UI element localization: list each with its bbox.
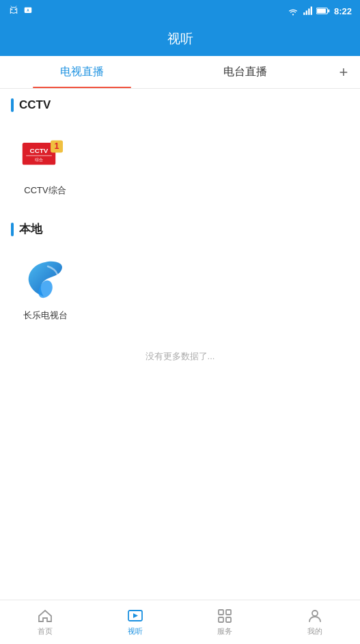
svg-rect-9 [306,10,307,14]
tab-radio[interactable]: 电台直播 [164,56,328,88]
nav-item-home[interactable]: 首页 [0,600,90,644]
android-icon [8,5,19,16]
svg-rect-13 [317,9,326,13]
changle-logo-svg [22,257,68,303]
svg-line-3 [16,6,16,7]
svg-point-0 [11,9,12,10]
svg-rect-10 [308,9,309,15]
cctv1-name: CCTV综合 [24,184,66,197]
status-bar-right: 8:22 [288,6,352,16]
cctv-section-title: CCTV [19,98,51,112]
bottom-nav: 首页 视听 服务 我的 [0,600,360,644]
local-channel-grid: 长乐电视台 [0,244,360,337]
cctv-section-header: CCTV [0,89,360,119]
content-area: CCTV CCTV 综合 1 CCT [0,89,360,600]
svg-rect-4 [10,12,11,14]
svg-text:综合: 综合 [35,157,43,162]
svg-rect-25 [219,617,223,622]
battery-icon [316,7,330,15]
tab-tv[interactable]: 电视直播 [0,56,164,88]
svg-text:CCTV: CCTV [30,147,49,154]
svg-point-27 [312,611,318,616]
tab-add-button[interactable]: + [327,64,360,81]
signal-icon [303,6,312,16]
wifi-icon [288,6,299,16]
tab-bar: 电视直播 电台直播 + [0,56,360,89]
app-bar-title: 视听 [167,30,193,48]
svg-rect-8 [303,12,305,15]
local-section-indicator [11,223,14,236]
svg-text:1: 1 [55,141,59,151]
no-more-data: 没有更多数据了... [0,337,360,383]
cctv-section-indicator [11,98,14,112]
svg-rect-24 [226,610,231,615]
svg-rect-11 [311,7,312,15]
channel-item-cctv1[interactable]: CCTV 综合 1 CCTV综合 [11,124,79,206]
notification-icon: A [23,6,33,16]
svg-rect-23 [219,610,223,615]
nav-item-service[interactable]: 服务 [180,600,271,644]
grid-icon [217,608,233,624]
cctv-channel-grid: CCTV 综合 1 CCTV综合 [0,119,360,212]
status-bar: A 8:22 [0,0,360,22]
nav-label-mine: 我的 [307,626,322,636]
home-icon [37,608,53,624]
status-time: 8:22 [334,6,352,16]
svg-rect-26 [226,617,231,622]
svg-rect-5 [16,12,17,14]
svg-rect-14 [328,10,329,12]
svg-marker-22 [133,613,138,618]
app-bar: 视听 [0,22,360,56]
changle-name: 长乐电视台 [23,309,68,322]
nav-label-home: 首页 [38,626,53,636]
channel-item-changle[interactable]: 长乐电视台 [11,249,79,331]
cctv1-logo: CCTV 综合 1 [21,131,69,179]
cctv1-logo-svg: CCTV 综合 1 [21,137,69,173]
status-bar-left: A [8,5,33,16]
nav-item-mine[interactable]: 我的 [270,600,360,644]
play-icon [127,608,143,624]
svg-line-2 [11,6,12,7]
nav-label-service: 服务 [217,626,232,636]
user-icon [307,608,323,624]
nav-label-media: 视听 [128,626,143,636]
svg-point-1 [15,9,16,10]
nav-item-media[interactable]: 视听 [90,600,180,644]
local-section-title: 本地 [19,221,42,237]
local-section-header: 本地 [0,212,360,244]
changle-logo [21,256,69,304]
